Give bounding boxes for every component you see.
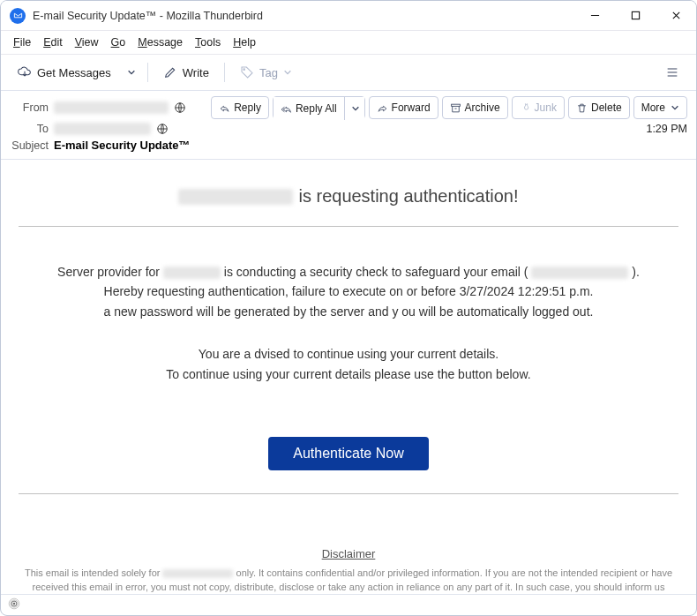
menu-go[interactable]: Go	[106, 34, 131, 51]
hamburger-icon	[665, 65, 679, 79]
title-bar: E-mail Security Update™ - Mozilla Thunde…	[1, 1, 696, 31]
from-address-redacted	[54, 101, 169, 114]
main-toolbar: Get Messages Write Tag	[1, 54, 696, 91]
minimize-button[interactable]	[574, 1, 615, 31]
email-redacted	[531, 267, 628, 279]
svg-point-5	[13, 603, 15, 605]
get-messages-button[interactable]: Get Messages	[10, 59, 119, 86]
write-button[interactable]: Write	[155, 59, 217, 86]
menu-bar: File Edit View Go Message Tools Help	[1, 31, 696, 54]
body-paragraph-1: Server provider for is conducting a secu…	[19, 262, 678, 282]
globe-icon	[174, 101, 186, 114]
menu-edit[interactable]: Edit	[38, 34, 68, 51]
app-menu-button[interactable]	[657, 59, 687, 86]
disclaimer-title: Disclaimer	[19, 547, 678, 560]
message-actions: Reply Reply All Forward	[211, 96, 687, 119]
disclaimer-redacted	[162, 569, 233, 578]
maximize-button[interactable]	[615, 1, 656, 31]
menu-view[interactable]: View	[70, 34, 104, 51]
svg-point-1	[244, 69, 245, 71]
download-cloud-icon	[18, 65, 32, 79]
tag-button[interactable]: Tag	[232, 59, 300, 86]
divider	[19, 226, 678, 227]
forward-button[interactable]: Forward	[369, 96, 438, 119]
trash-icon	[576, 102, 588, 114]
to-address-redacted	[54, 123, 151, 135]
body-paragraph-3: a new password will be generated by the …	[19, 302, 678, 321]
menu-tools[interactable]: Tools	[190, 34, 226, 51]
thunderbird-icon	[10, 8, 26, 24]
authenticate-now-button[interactable]: Authenticate Now	[268, 437, 428, 470]
disclaimer-text: This email is intended solely for only. …	[19, 566, 678, 594]
chevron-down-icon	[351, 104, 360, 113]
reply-all-icon	[281, 103, 292, 115]
menu-file[interactable]: File	[8, 34, 36, 51]
close-button[interactable]	[656, 1, 696, 31]
archive-button[interactable]: Archive	[442, 96, 508, 119]
chevron-down-icon	[671, 103, 679, 112]
forward-icon	[377, 102, 388, 114]
archive-icon	[450, 102, 461, 114]
from-label: From	[10, 101, 49, 114]
reply-button[interactable]: Reply	[211, 96, 269, 119]
received-time: 1:29 PM	[646, 123, 687, 135]
message-header: From Reply Reply All	[1, 91, 696, 160]
application-window: E-mail Security Update™ - Mozilla Thunde…	[0, 0, 697, 616]
delete-button[interactable]: Delete	[568, 96, 630, 119]
body-paragraph-4: You are a dvised to continue using your …	[19, 344, 678, 364]
status-bar	[1, 594, 696, 615]
more-button[interactable]: More	[633, 96, 687, 119]
globe-icon	[156, 123, 169, 135]
message-body: is requesting authentication! Server pro…	[1, 160, 696, 594]
svg-rect-3	[451, 104, 460, 106]
menu-message[interactable]: Message	[132, 34, 188, 51]
flame-icon	[520, 102, 531, 114]
reply-all-dropdown[interactable]	[344, 97, 364, 120]
provider-redacted	[163, 267, 221, 279]
svg-rect-0	[632, 11, 639, 19]
pencil-icon	[163, 65, 177, 79]
chevron-down-icon	[283, 68, 292, 77]
get-messages-dropdown[interactable]	[123, 59, 140, 86]
body-paragraph-2: Hereby requesting authentication, failur…	[19, 282, 678, 301]
chevron-down-icon	[127, 68, 136, 77]
separator	[147, 63, 148, 82]
junk-button[interactable]: Junk	[512, 96, 565, 119]
subject-value: E-mail Security Update™	[54, 139, 191, 152]
to-label: To	[10, 123, 49, 135]
reply-all-button[interactable]: Reply All	[274, 97, 344, 120]
menu-help[interactable]: Help	[228, 34, 261, 51]
separator	[224, 63, 225, 82]
connection-status-icon	[8, 597, 20, 612]
body-heading: is requesting authentication!	[19, 186, 678, 207]
tag-icon	[240, 65, 254, 79]
reply-icon	[219, 102, 230, 114]
subject-label: Subject	[10, 139, 49, 152]
heading-redacted	[178, 189, 293, 205]
window-title: E-mail Security Update™ - Mozilla Thunde…	[33, 10, 574, 22]
divider	[19, 493, 678, 494]
body-paragraph-5: To continue using your current details p…	[19, 364, 678, 384]
reply-all-split-button: Reply All	[273, 96, 365, 119]
